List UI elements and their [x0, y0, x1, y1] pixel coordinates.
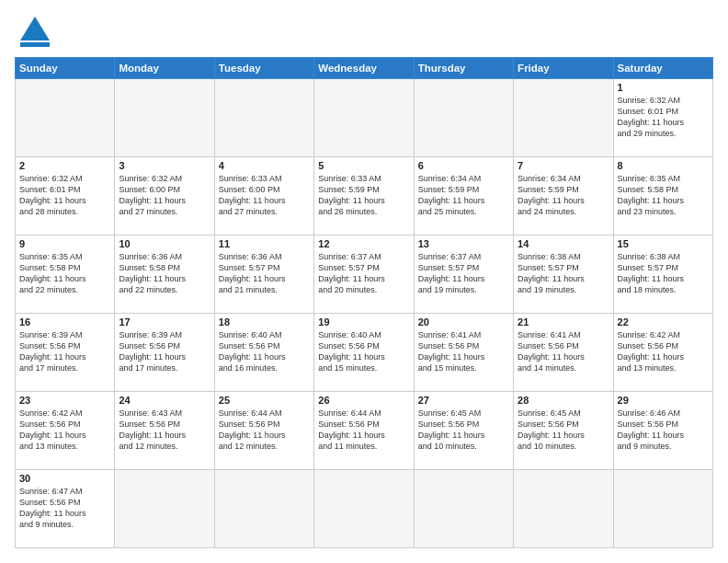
calendar-cell [115, 79, 214, 157]
calendar-cell [214, 79, 313, 157]
calendar-cell [115, 470, 214, 548]
calendar-cell: 7Sunrise: 6:34 AM Sunset: 5:59 PM Daylig… [514, 157, 613, 236]
day-info: Sunrise: 6:41 AM Sunset: 5:56 PM Dayligh… [518, 329, 609, 374]
day-info: Sunrise: 6:38 AM Sunset: 5:57 PM Dayligh… [618, 251, 709, 296]
day-number: 26 [318, 395, 409, 406]
calendar-cell: 14Sunrise: 6:38 AM Sunset: 5:57 PM Dayli… [514, 236, 613, 314]
day-number: 30 [19, 473, 110, 484]
calendar-week-row: 16Sunrise: 6:39 AM Sunset: 5:56 PM Dayli… [16, 314, 713, 392]
day-number: 2 [19, 160, 110, 171]
calendar-cell: 8Sunrise: 6:35 AM Sunset: 5:58 PM Daylig… [613, 157, 712, 236]
svg-rect-1 [20, 42, 50, 47]
calendar-cell: 1Sunrise: 6:32 AM Sunset: 6:01 PM Daylig… [613, 79, 712, 157]
calendar-cell: 15Sunrise: 6:38 AM Sunset: 5:57 PM Dayli… [613, 236, 712, 314]
calendar-cell [314, 79, 414, 157]
calendar-cell [514, 79, 613, 157]
calendar-header-tuesday: Tuesday [214, 58, 313, 79]
day-number: 14 [518, 238, 609, 249]
calendar-header-thursday: Thursday [414, 58, 513, 79]
calendar-header-monday: Monday [115, 58, 214, 79]
calendar-cell: 29Sunrise: 6:46 AM Sunset: 5:56 PM Dayli… [613, 392, 712, 470]
calendar-cell: 24Sunrise: 6:43 AM Sunset: 5:56 PM Dayli… [115, 392, 214, 470]
header [15, 15, 713, 48]
day-info: Sunrise: 6:44 AM Sunset: 5:56 PM Dayligh… [318, 408, 409, 453]
day-number: 18 [219, 316, 310, 327]
calendar-cell: 17Sunrise: 6:39 AM Sunset: 5:56 PM Dayli… [115, 314, 214, 392]
calendar-cell [16, 79, 115, 157]
day-info: Sunrise: 6:39 AM Sunset: 5:56 PM Dayligh… [119, 329, 210, 374]
calendar-cell: 22Sunrise: 6:42 AM Sunset: 5:56 PM Dayli… [613, 314, 712, 392]
calendar-cell: 23Sunrise: 6:42 AM Sunset: 5:56 PM Dayli… [16, 392, 115, 470]
calendar-cell: 9Sunrise: 6:35 AM Sunset: 5:58 PM Daylig… [16, 236, 115, 314]
calendar-week-row: 9Sunrise: 6:35 AM Sunset: 5:58 PM Daylig… [16, 236, 713, 314]
day-info: Sunrise: 6:45 AM Sunset: 5:56 PM Dayligh… [518, 408, 609, 453]
day-number: 3 [119, 160, 210, 171]
calendar-cell: 13Sunrise: 6:37 AM Sunset: 5:57 PM Dayli… [414, 236, 513, 314]
calendar-header-wednesday: Wednesday [314, 58, 414, 79]
day-info: Sunrise: 6:32 AM Sunset: 6:01 PM Dayligh… [618, 95, 709, 140]
day-info: Sunrise: 6:35 AM Sunset: 5:58 PM Dayligh… [618, 173, 709, 218]
day-number: 19 [318, 316, 409, 327]
calendar-cell: 16Sunrise: 6:39 AM Sunset: 5:56 PM Dayli… [16, 314, 115, 392]
day-info: Sunrise: 6:35 AM Sunset: 5:58 PM Dayligh… [19, 251, 110, 296]
calendar-cell [314, 470, 414, 548]
calendar-week-row: 1Sunrise: 6:32 AM Sunset: 6:01 PM Daylig… [16, 79, 713, 157]
day-info: Sunrise: 6:36 AM Sunset: 5:57 PM Dayligh… [219, 251, 310, 296]
calendar-week-row: 2Sunrise: 6:32 AM Sunset: 6:01 PM Daylig… [16, 157, 713, 236]
day-number: 21 [518, 316, 609, 327]
day-number: 6 [418, 160, 509, 171]
day-info: Sunrise: 6:32 AM Sunset: 6:00 PM Dayligh… [119, 173, 210, 218]
day-info: Sunrise: 6:45 AM Sunset: 5:56 PM Dayligh… [418, 408, 509, 453]
day-info: Sunrise: 6:43 AM Sunset: 5:56 PM Dayligh… [119, 408, 210, 453]
day-info: Sunrise: 6:37 AM Sunset: 5:57 PM Dayligh… [418, 251, 509, 296]
calendar-cell: 4Sunrise: 6:33 AM Sunset: 6:00 PM Daylig… [214, 157, 313, 236]
calendar-cell: 11Sunrise: 6:36 AM Sunset: 5:57 PM Dayli… [214, 236, 313, 314]
calendar-cell: 30Sunrise: 6:47 AM Sunset: 5:56 PM Dayli… [16, 470, 115, 548]
calendar-cell [414, 79, 513, 157]
calendar-cell: 21Sunrise: 6:41 AM Sunset: 5:56 PM Dayli… [514, 314, 613, 392]
calendar-cell: 6Sunrise: 6:34 AM Sunset: 5:59 PM Daylig… [414, 157, 513, 236]
calendar-header-sunday: Sunday [16, 58, 115, 79]
day-info: Sunrise: 6:47 AM Sunset: 5:56 PM Dayligh… [19, 486, 110, 531]
calendar-cell: 27Sunrise: 6:45 AM Sunset: 5:56 PM Dayli… [414, 392, 513, 470]
day-number: 11 [219, 238, 310, 249]
day-number: 17 [119, 316, 210, 327]
day-number: 12 [318, 238, 409, 249]
calendar-week-row: 30Sunrise: 6:47 AM Sunset: 5:56 PM Dayli… [16, 470, 713, 548]
day-info: Sunrise: 6:32 AM Sunset: 6:01 PM Dayligh… [19, 173, 110, 218]
day-info: Sunrise: 6:39 AM Sunset: 5:56 PM Dayligh… [19, 329, 110, 374]
day-number: 29 [618, 395, 709, 406]
day-number: 27 [418, 395, 509, 406]
day-number: 7 [518, 160, 609, 171]
day-info: Sunrise: 6:42 AM Sunset: 5:56 PM Dayligh… [19, 408, 110, 453]
day-number: 10 [119, 238, 210, 249]
calendar-header-friday: Friday [514, 58, 613, 79]
day-number: 15 [618, 238, 709, 249]
day-info: Sunrise: 6:33 AM Sunset: 5:59 PM Dayligh… [318, 173, 409, 218]
calendar-cell: 3Sunrise: 6:32 AM Sunset: 6:00 PM Daylig… [115, 157, 214, 236]
calendar-cell: 19Sunrise: 6:40 AM Sunset: 5:56 PM Dayli… [314, 314, 414, 392]
day-info: Sunrise: 6:42 AM Sunset: 5:56 PM Dayligh… [618, 329, 709, 374]
calendar-cell [214, 470, 313, 548]
calendar-header-saturday: Saturday [613, 58, 712, 79]
svg-marker-0 [20, 17, 50, 40]
day-number: 23 [19, 395, 110, 406]
day-info: Sunrise: 6:46 AM Sunset: 5:56 PM Dayligh… [618, 408, 709, 453]
calendar-cell: 28Sunrise: 6:45 AM Sunset: 5:56 PM Dayli… [514, 392, 613, 470]
day-info: Sunrise: 6:34 AM Sunset: 5:59 PM Dayligh… [418, 173, 509, 218]
day-number: 25 [219, 395, 310, 406]
calendar-cell: 25Sunrise: 6:44 AM Sunset: 5:56 PM Dayli… [214, 392, 313, 470]
calendar-cell [613, 470, 712, 548]
calendar-cell: 2Sunrise: 6:32 AM Sunset: 6:01 PM Daylig… [16, 157, 115, 236]
calendar-cell [414, 470, 513, 548]
calendar-cell: 18Sunrise: 6:40 AM Sunset: 5:56 PM Dayli… [214, 314, 313, 392]
day-number: 16 [19, 316, 110, 327]
day-info: Sunrise: 6:38 AM Sunset: 5:57 PM Dayligh… [518, 251, 609, 296]
day-number: 4 [219, 160, 310, 171]
calendar-cell [514, 470, 613, 548]
page: SundayMondayTuesdayWednesdayThursdayFrid… [0, 0, 728, 563]
day-info: Sunrise: 6:40 AM Sunset: 5:56 PM Dayligh… [219, 329, 310, 374]
calendar-cell: 5Sunrise: 6:33 AM Sunset: 5:59 PM Daylig… [314, 157, 414, 236]
day-info: Sunrise: 6:37 AM Sunset: 5:57 PM Dayligh… [318, 251, 409, 296]
day-number: 9 [19, 238, 110, 249]
